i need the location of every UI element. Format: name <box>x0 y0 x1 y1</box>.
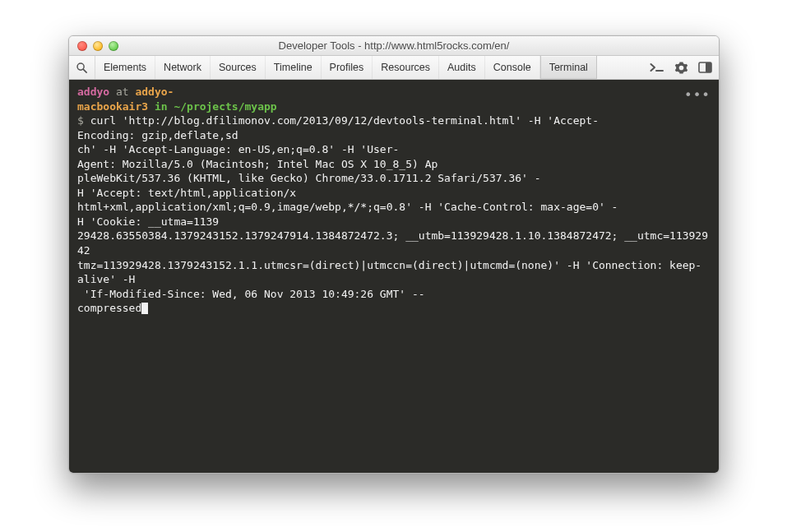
tab-terminal[interactable]: Terminal <box>540 56 597 79</box>
tab-console[interactable]: Console <box>485 56 540 79</box>
tab-resources[interactable]: Resources <box>373 56 439 79</box>
tab-timeline[interactable]: Timeline <box>266 56 322 79</box>
prompt-host: addyo- <box>135 86 174 98</box>
titlebar: Developer Tools - http://www.html5rocks.… <box>69 36 719 56</box>
tab-label: Console <box>493 62 531 73</box>
tab-elements[interactable]: Elements <box>95 56 155 79</box>
window-title: Developer Tools - http://www.html5rocks.… <box>69 39 719 52</box>
toolbar: ElementsNetworkSourcesTimelineProfilesRe… <box>69 56 719 80</box>
terminal-output: Encoding: gzip,deflate,sd ch' -H 'Accept… <box>77 128 711 316</box>
toggle-drawer-button[interactable] <box>650 62 664 73</box>
gear-icon <box>674 61 688 75</box>
prompt-user: addyo <box>77 86 109 98</box>
devtools-window: Developer Tools - http://www.html5rocks.… <box>68 35 720 474</box>
terminal-command-first: curl 'http://blog.dfilimonov.com/2013/09… <box>90 114 599 127</box>
terminal-command-line: $ curl 'http://blog.dfilimonov.com/2013/… <box>77 113 711 128</box>
terminal-cursor <box>141 303 148 314</box>
toolbar-actions <box>643 56 719 79</box>
terminal-pane[interactable]: ••• addyo at addyo- macbookair3 in ~/pro… <box>69 80 719 473</box>
tab-label: Profiles <box>330 62 364 73</box>
search-icon <box>76 62 88 74</box>
tab-profiles[interactable]: Profiles <box>322 56 373 79</box>
tab-label: Terminal <box>549 62 588 73</box>
zoom-button[interactable] <box>109 41 118 51</box>
tab-label: Sources <box>219 62 257 73</box>
tab-label: Timeline <box>274 62 312 73</box>
prompt-symbol: $ <box>77 114 84 127</box>
tab-sources[interactable]: Sources <box>211 56 266 79</box>
tab-label: Network <box>164 62 201 73</box>
svg-rect-4 <box>706 62 711 72</box>
prompt-at: at <box>116 86 129 98</box>
tab-label: Resources <box>381 62 430 73</box>
minimize-button[interactable] <box>93 41 103 51</box>
prompt-path: ~/projects/myapp <box>174 100 276 113</box>
dock-button[interactable] <box>698 62 712 73</box>
tab-network[interactable]: Network <box>155 56 211 79</box>
terminal-prompt-line2: macbookair3 in ~/projects/myapp <box>77 99 711 114</box>
settings-button[interactable] <box>674 61 688 75</box>
prompt-in: in <box>155 100 168 113</box>
console-drawer-icon <box>650 62 664 73</box>
close-button[interactable] <box>77 41 87 51</box>
tab-label: Audits <box>447 62 476 73</box>
tab-label: Elements <box>104 62 146 73</box>
tab-audits[interactable]: Audits <box>439 56 485 79</box>
terminal-prompt-line1: addyo at addyo- <box>77 85 711 99</box>
tabs: ElementsNetworkSourcesTimelineProfilesRe… <box>95 56 643 79</box>
svg-line-1 <box>83 69 86 72</box>
prompt-host2: macbookair3 <box>77 100 148 113</box>
search-button[interactable] <box>69 56 95 79</box>
dock-icon <box>698 62 712 73</box>
overflow-menu[interactable]: ••• <box>684 86 711 104</box>
traffic-lights <box>69 41 118 51</box>
terminal-command-rest: Encoding: gzip,deflate,sd ch' -H 'Accept… <box>77 129 708 315</box>
